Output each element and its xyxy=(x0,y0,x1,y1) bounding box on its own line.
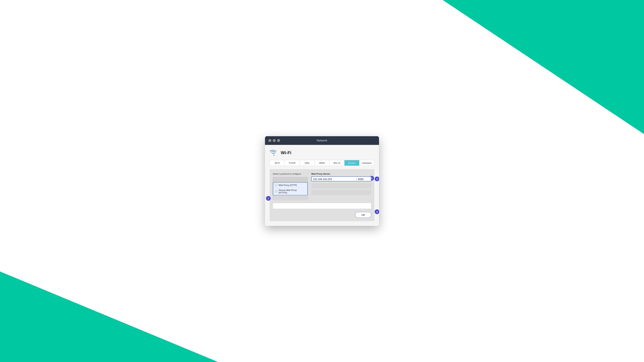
close-button[interactable] xyxy=(268,139,271,142)
content-area: 1 Select a protocol to configure: ✓ Web … xyxy=(270,169,374,221)
proxy-port-input[interactable] xyxy=(358,177,370,180)
badge-1: 1 xyxy=(266,196,271,201)
tab-proxies[interactable]: Proxies xyxy=(344,160,360,166)
protocol-label: Select a protocol to configure: xyxy=(273,173,308,175)
badge-3-container: : 3 xyxy=(311,176,371,182)
port-separator: : xyxy=(356,177,357,180)
wifi-header: Wi-Fi xyxy=(270,149,374,156)
list-item[interactable]: ✓ Web Proxy (HTTP) xyxy=(273,183,308,188)
title-bar: Network xyxy=(265,136,379,145)
bg-decoration-bottom-left xyxy=(0,211,218,362)
badge-3: 3 xyxy=(375,177,379,181)
tab-tcpip[interactable]: TCP/IP xyxy=(285,160,300,166)
window-body: Wi-Fi Wi-Fi TCP/IP DNS WINS 802.1X Proxi… xyxy=(265,145,379,226)
tab-hardware[interactable]: Hardware xyxy=(360,160,374,166)
wifi-icon xyxy=(270,149,278,156)
traffic-lights xyxy=(268,139,280,142)
checkmark-icon: ✓ xyxy=(276,184,277,186)
minimize-button[interactable] xyxy=(273,139,276,142)
checkmark-icon: ✓ xyxy=(276,190,277,192)
proxy-field-blank-2 xyxy=(311,190,371,195)
content-layout: Select a protocol to configure: ✓ Web Pr… xyxy=(273,173,371,200)
protocol-list: ✓ Web Proxy (HTTP) ✓ Secure Web Proxy (H… xyxy=(273,177,308,200)
list-item[interactable]: ✓ Secure Web Proxy (HTTPS) xyxy=(273,188,308,195)
proxy-server-label-row: Web Proxy Server: xyxy=(311,173,371,175)
proxy-panel: 2 Web Proxy Server: : 3 xyxy=(311,173,371,200)
bottom-text-field[interactable] xyxy=(273,203,371,209)
tab-wifi[interactable]: Wi-Fi xyxy=(270,160,285,166)
window-title: Network xyxy=(317,139,327,142)
maximize-button[interactable] xyxy=(277,139,280,142)
badge-4: 4 xyxy=(375,210,379,214)
web-proxy-checkbox[interactable]: ✓ xyxy=(275,184,277,186)
proxy-ip-input[interactable] xyxy=(313,177,355,180)
network-window: Network Wi-Fi Wi-Fi TCP/IP DNS WINS 802.… xyxy=(265,136,379,226)
protocol-items-selected: ✓ Web Proxy (HTTP) ✓ Secure Web Proxy (H… xyxy=(273,182,308,195)
bg-decoration-top-right xyxy=(443,0,644,134)
protocol-blank-top xyxy=(273,177,308,182)
proxy-field-blank-1 xyxy=(311,183,371,189)
tab-dns[interactable]: DNS xyxy=(300,160,314,166)
web-proxy-label: Web Proxy (HTTP) xyxy=(278,184,297,186)
ok-button[interactable]: OK xyxy=(355,212,371,218)
tab-8021x[interactable]: 802.1X xyxy=(330,160,344,166)
proxy-input-row[interactable]: : xyxy=(311,176,371,182)
proxy-server-label: Web Proxy Server: xyxy=(311,173,330,175)
tabs-container: Wi-Fi TCP/IP DNS WINS 802.1X Proxies Har… xyxy=(270,160,374,166)
protocol-panel: Select a protocol to configure: ✓ Web Pr… xyxy=(273,173,308,200)
wifi-title: Wi-Fi xyxy=(281,150,291,155)
button-row: OK 4 xyxy=(273,212,371,218)
secure-web-proxy-checkbox[interactable]: ✓ xyxy=(275,190,277,193)
secure-web-proxy-label: Secure Web Proxy (HTTPS) xyxy=(278,189,306,194)
tab-wins[interactable]: WINS xyxy=(314,160,330,166)
protocol-blank-bottom xyxy=(273,195,308,200)
